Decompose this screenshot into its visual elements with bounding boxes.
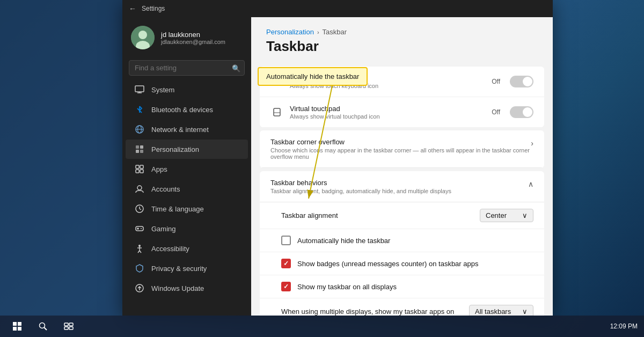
breadcrumb-chevron: › (317, 29, 319, 35)
privacy-icon (134, 263, 145, 274)
search-box: 🔍 (129, 60, 245, 76)
virtual-touchpad-toggle[interactable] (510, 106, 533, 118)
virtual-touchpad-sub: Always show virtual touchpad icon (290, 113, 485, 120)
taskbar-behaviors-title: Taskbar behaviors (270, 179, 528, 187)
svg-rect-10 (140, 145, 143, 149)
alignment-dropdown[interactable]: Center ∨ (480, 209, 533, 222)
settings-window: ← Settings jd laukkonen jdlaukkonen@gmai… (122, 0, 553, 316)
multiple-displays-dropdown[interactable]: All taskbars ∨ (469, 305, 533, 316)
alignment-label: Taskbar alignment (281, 211, 480, 219)
taskbar-corner-overflow-header[interactable]: Taskbar corner overflow Choose which ico… (260, 130, 544, 168)
avatar (131, 26, 155, 49)
user-profile[interactable]: jd laukkonen jdlaukkonen@gmail.com (122, 17, 251, 58)
sidebar-label-personalization: Personalization (151, 145, 199, 153)
sidebar-label-windows-update: Windows Update (151, 284, 204, 292)
sidebar-label-privacy: Privacy & security (151, 265, 207, 273)
taskbar-behaviors-header[interactable]: Taskbar behaviors Taskbar alignment, bad… (260, 171, 544, 202)
search-input[interactable] (129, 60, 245, 76)
svg-point-25 (138, 245, 141, 247)
taskview-button[interactable] (58, 316, 79, 337)
behaviors-collapse-icon: ∧ (528, 179, 533, 188)
username: jd laukkonen (161, 31, 225, 39)
taskbar-icons-left (6, 316, 610, 337)
svg-rect-39 (274, 108, 280, 116)
all-displays-checkbox[interactable]: ✓ (281, 282, 291, 291)
user-email: jdlaukkonen@gmail.com (161, 39, 225, 45)
badges-checkmark: ✓ (283, 260, 289, 267)
sidebar-label-apps: Apps (151, 165, 167, 173)
personalization-icon (134, 144, 145, 155)
sidebar-item-personalization[interactable]: Personalization (126, 140, 248, 159)
badges-label: Show badges (unread messages counter) on… (297, 260, 478, 268)
svg-point-24 (141, 228, 142, 229)
sidebar-label-time: Time & language (151, 205, 204, 213)
corner-overflow-expand-icon: › (531, 138, 533, 148)
sidebar-item-apps[interactable]: Apps (126, 159, 248, 179)
badges-checkbox[interactable]: ✓ (281, 259, 291, 268)
accessibility-icon (134, 243, 145, 254)
virtual-touchpad-label: Virtual touchpad (290, 105, 485, 113)
touch-keyboard-toggle[interactable] (510, 76, 533, 87)
svg-rect-49 (64, 323, 68, 326)
sidebar: jd laukkonen jdlaukkonen@gmail.com 🔍 Sys… (122, 17, 251, 316)
search-taskbar-button[interactable] (32, 316, 54, 337)
sidebar-item-bluetooth[interactable]: Bluetooth & devices (126, 100, 248, 119)
svg-line-29 (140, 251, 141, 253)
multiple-displays-value: All taskbars (475, 307, 511, 316)
multiple-displays-row: When using multiple displays, show my ta… (260, 298, 544, 316)
multiple-displays-label: When using multiple displays, show my ta… (281, 307, 454, 316)
auto-hide-row: Automatically hide the taskbar (260, 229, 544, 252)
all-displays-checkmark: ✓ (283, 283, 289, 290)
back-button[interactable]: ← (129, 4, 136, 13)
svg-rect-43 (13, 322, 17, 326)
virtual-touchpad-row: Virtual touchpad Always show virtual tou… (260, 97, 544, 127)
page-header: Personalization › Taskbar Taskbar (251, 17, 553, 63)
title-bar: ← Settings (122, 0, 553, 17)
virtual-touchpad-icon (270, 106, 283, 119)
virtual-touchpad-text: Virtual touchpad Always show virtual tou… (290, 105, 485, 120)
svg-rect-14 (140, 165, 143, 169)
svg-rect-50 (69, 323, 73, 326)
svg-point-1 (138, 31, 147, 39)
taskbar-behaviors-section: Taskbar behaviors Taskbar alignment, bad… (260, 171, 544, 316)
svg-rect-11 (136, 150, 139, 153)
user-info: jd laukkonen jdlaukkonen@gmail.com (161, 31, 225, 45)
svg-rect-51 (64, 327, 68, 329)
sidebar-item-accounts[interactable]: Accounts (126, 179, 248, 199)
callout-text: Automatically hide the taskbar (266, 72, 359, 80)
gaming-icon (134, 223, 145, 234)
sidebar-item-accessibility[interactable]: Accessibility (126, 239, 248, 258)
sidebar-label-network: Network & internet (151, 126, 209, 134)
window-title: Settings (142, 5, 165, 12)
sidebar-item-network[interactable]: Network & internet (126, 120, 248, 139)
taskbar-time: 12:09 PM (610, 323, 638, 330)
sidebar-item-privacy[interactable]: Privacy & security (126, 259, 248, 278)
bluetooth-icon (134, 104, 145, 115)
system-icon (134, 84, 145, 95)
svg-rect-52 (69, 327, 73, 329)
svg-rect-46 (18, 327, 21, 331)
svg-rect-15 (136, 170, 139, 173)
main-content: Personalization › Taskbar Taskbar Touch … (251, 17, 553, 316)
badges-row: ✓ Show badges (unread messages counter) … (260, 252, 544, 275)
sidebar-item-time[interactable]: Time & language (126, 199, 248, 218)
taskbar-behaviors-sub: Taskbar alignment, badging, automaticall… (270, 188, 528, 194)
sidebar-item-windows-update[interactable]: Windows Update (126, 279, 248, 298)
callout-box: Automatically hide the taskbar (258, 67, 368, 86)
windows-update-icon (134, 283, 145, 294)
time-icon (134, 203, 145, 214)
sidebar-item-gaming[interactable]: Gaming (126, 219, 248, 238)
svg-rect-13 (136, 165, 139, 169)
alignment-row: Taskbar alignment Center ∨ (260, 202, 544, 229)
taskbar-corner-overflow-section: Taskbar corner overflow Choose which ico… (260, 130, 544, 168)
sidebar-label-system: System (151, 86, 174, 94)
svg-rect-12 (140, 150, 143, 153)
breadcrumb-parent[interactable]: Personalization (266, 28, 314, 36)
toggle-knob-2 (523, 107, 532, 117)
start-button[interactable] (6, 316, 28, 337)
sidebar-item-system[interactable]: System (126, 80, 248, 99)
sidebar-label-accessibility: Accessibility (151, 245, 189, 253)
sidebar-label-bluetooth: Bluetooth & devices (151, 106, 213, 114)
auto-hide-checkbox[interactable] (281, 236, 291, 245)
svg-rect-3 (135, 86, 144, 92)
